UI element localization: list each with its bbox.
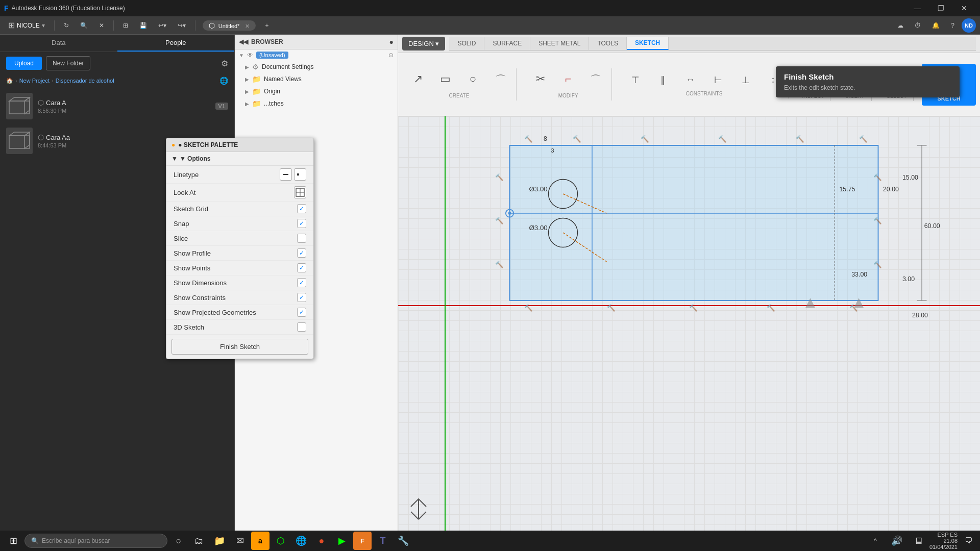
chevron-icon[interactable]: ^ bbox=[866, 532, 885, 550]
taskbar-clock[interactable]: ESP ES 21:08 01/04/2021 bbox=[929, 532, 958, 550]
minimize-btn[interactable]: — bbox=[905, 0, 929, 16]
snap-checkbox[interactable]: ✓ bbox=[297, 219, 306, 228]
refresh-btn[interactable]: ↻ bbox=[60, 20, 73, 31]
settings-icon[interactable]: ⚙ bbox=[221, 59, 228, 68]
radio-icon[interactable]: ⊙ bbox=[388, 52, 394, 59]
linetype-solid-btn[interactable] bbox=[280, 168, 292, 181]
user-menu[interactable]: ⊞ NICOLE ▾ bbox=[4, 18, 49, 32]
palette-dot-icon[interactable]: ● bbox=[172, 141, 175, 148]
constraint4-btn[interactable]: ⊢ bbox=[705, 72, 731, 88]
timer-btn[interactable]: ⏱ bbox=[911, 20, 925, 31]
breadcrumb-project[interactable]: New Project bbox=[19, 78, 50, 84]
breadcrumb-folder[interactable]: Dispensador de alcohol bbox=[56, 78, 114, 84]
taskbar-teams-icon[interactable]: T bbox=[374, 532, 392, 550]
constraint1-btn[interactable]: ⊤ bbox=[623, 72, 648, 88]
taskbar-chrome-icon[interactable]: ● bbox=[312, 532, 331, 550]
breadcrumb-globe-icon[interactable]: 🌐 bbox=[219, 77, 228, 85]
browser-item-unsaved[interactable]: ▼ 👁 (Unsaved) ⊙ bbox=[235, 49, 398, 61]
circle-btn[interactable]: ○ bbox=[460, 70, 486, 90]
taskbar-mail-icon[interactable]: ✉ bbox=[231, 532, 249, 550]
redo-btn[interactable]: ↪▾ bbox=[174, 20, 190, 31]
browser-item-sketches[interactable]: ▶ 📁 ...tches bbox=[235, 97, 398, 110]
file-item[interactable]: ⬡ Cara A 8:56:30 PM V1 bbox=[0, 89, 234, 123]
active-tab[interactable]: ⬡ Untitled* ✕ bbox=[203, 20, 256, 31]
browser-dot-icon[interactable]: ● bbox=[389, 38, 394, 46]
line-btn[interactable]: ↗ bbox=[405, 70, 431, 90]
tab-people[interactable]: People bbox=[117, 35, 235, 52]
close-tab-icon[interactable]: ✕ bbox=[245, 23, 250, 29]
view-cube[interactable] bbox=[408, 496, 429, 525]
fillet-icon: ⌒ bbox=[590, 72, 601, 88]
taskbar-search[interactable]: 🔍 Escribe aquí para buscar bbox=[24, 534, 167, 548]
show-profile-checkbox[interactable]: ✓ bbox=[297, 248, 306, 258]
taskbar-edge-icon[interactable]: 🌐 bbox=[292, 532, 310, 550]
display-icon[interactable]: 🖥 bbox=[909, 532, 927, 550]
save-btn[interactable]: 💾 bbox=[135, 20, 151, 31]
avatar[interactable]: ND bbox=[962, 18, 976, 33]
start-button[interactable]: ⊞ bbox=[4, 532, 22, 550]
close-btn[interactable]: ✕ bbox=[952, 0, 976, 16]
search-btn[interactable]: 🔍 bbox=[76, 20, 92, 31]
constraint5-btn[interactable]: ⊥ bbox=[733, 72, 758, 88]
taskbar-media-icon[interactable]: ▶ bbox=[333, 532, 351, 550]
home-icon[interactable]: 🏠 bbox=[6, 78, 13, 84]
3d-sketch-checkbox[interactable] bbox=[297, 322, 306, 332]
arc-btn[interactable]: ⌒ bbox=[488, 70, 513, 90]
expand-icon: ▶ bbox=[245, 77, 249, 82]
tab-surface[interactable]: SURFACE bbox=[484, 37, 530, 50]
help-btn[interactable]: ? bbox=[947, 20, 959, 31]
apps-btn[interactable]: ⊞ bbox=[119, 20, 132, 31]
constraint3-btn[interactable]: ↔ bbox=[678, 72, 703, 88]
finish-sketch-palette-btn[interactable]: Finish Sketch bbox=[172, 339, 308, 355]
show-projected-checkbox[interactable]: ✓ bbox=[297, 308, 306, 317]
trim-btn[interactable]: ✂ bbox=[528, 70, 553, 90]
svg-text:🔨: 🔨 bbox=[573, 135, 581, 143]
cloud-btn[interactable]: ☁ bbox=[893, 20, 908, 31]
volume-icon[interactable]: 🔊 bbox=[888, 532, 906, 550]
slice-checkbox[interactable] bbox=[297, 234, 306, 243]
show-constraints-checkbox[interactable]: ✓ bbox=[297, 293, 306, 302]
browser-collapse-icon[interactable]: ◀◀ bbox=[239, 38, 248, 45]
taskbar-extra-icon[interactable]: 🔧 bbox=[394, 532, 412, 550]
taskbar-game-icon[interactable]: ⬡ bbox=[272, 532, 290, 550]
sketch-grid-checkbox[interactable]: ✓ bbox=[297, 204, 306, 213]
constraint2-btn[interactable]: ∥ bbox=[650, 72, 676, 88]
notifications-btn[interactable]: 🔔 bbox=[928, 20, 944, 31]
svg-point-45 bbox=[508, 212, 511, 215]
tab-data[interactable]: Data bbox=[0, 35, 117, 52]
show-dimensions-checkbox[interactable]: ✓ bbox=[297, 278, 306, 287]
task-view-btn[interactable]: ○ bbox=[169, 532, 188, 550]
lang-label: ESP ES bbox=[937, 532, 958, 538]
browser-item-doc-settings[interactable]: ▶ ⚙ Document Settings bbox=[235, 61, 398, 73]
taskbar-folder-icon[interactable]: 📁 bbox=[210, 532, 229, 550]
rect-btn[interactable]: ▭ bbox=[433, 70, 458, 90]
taskbar-amazon-icon[interactable]: a bbox=[251, 532, 270, 550]
search-icon: 🔍 bbox=[31, 537, 39, 544]
design-dropdown[interactable]: DESIGN ▾ bbox=[402, 37, 445, 51]
show-points-checkbox[interactable]: ✓ bbox=[297, 263, 306, 272]
fillet-btn[interactable]: ⌒ bbox=[583, 70, 608, 90]
tab-sheet-metal[interactable]: SHEET METAL bbox=[530, 37, 589, 50]
breadcrumb-sep2: › bbox=[52, 78, 54, 84]
add-tab-btn[interactable]: + bbox=[261, 20, 273, 31]
new-folder-btn[interactable]: New Folder bbox=[46, 56, 90, 70]
tab-sketch[interactable]: SKETCH bbox=[627, 37, 669, 50]
maximize-btn[interactable]: ❐ bbox=[929, 0, 952, 16]
undo-btn[interactable]: ↩▾ bbox=[154, 20, 170, 31]
notification-btn[interactable]: 🗨 bbox=[962, 534, 976, 548]
visibility-icon[interactable]: 👁 bbox=[247, 52, 253, 59]
tab-tools[interactable]: TOOLS bbox=[589, 37, 626, 50]
browser-item-named-views[interactable]: ▶ 📁 Named Views bbox=[235, 73, 398, 85]
extend-btn[interactable]: ⌐ bbox=[555, 70, 581, 90]
rect-icon: ▭ bbox=[440, 72, 451, 86]
collapse-icon[interactable]: ▼ bbox=[172, 155, 178, 162]
browser-item-origin[interactable]: ▶ 📁 Origin bbox=[235, 85, 398, 97]
taskbar-files-icon[interactable]: 🗂 bbox=[190, 532, 208, 550]
tab-solid[interactable]: SOLID bbox=[449, 37, 484, 50]
taskbar-fusion-icon[interactable]: F bbox=[353, 532, 372, 550]
file-type-icon: ⬡ Cara A bbox=[38, 98, 210, 107]
upload-btn[interactable]: Upload bbox=[6, 57, 42, 70]
linetype-dashed-btn[interactable] bbox=[294, 168, 306, 181]
close-file-btn[interactable]: ✕ bbox=[95, 20, 108, 31]
look-at-btn[interactable] bbox=[294, 186, 306, 198]
